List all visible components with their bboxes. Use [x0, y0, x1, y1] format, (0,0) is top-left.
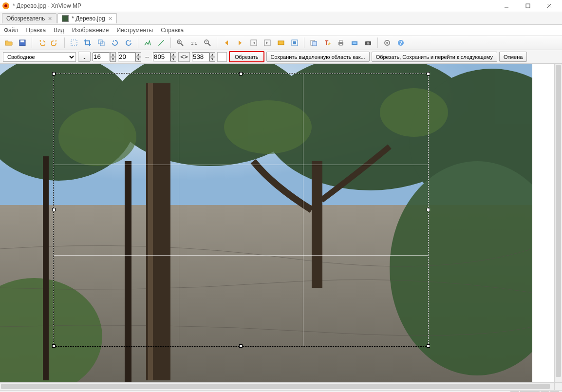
- handle-ne[interactable]: [427, 72, 430, 75]
- rotate-left-button[interactable]: [109, 37, 121, 49]
- crop-h-input[interactable]: [192, 52, 209, 61]
- svg-line-12: [181, 43, 183, 46]
- cancel-button[interactable]: Отмена: [499, 52, 527, 62]
- zoom-in-button[interactable]: [174, 37, 186, 49]
- tab-image[interactable]: * Дерево.jpg ✕: [57, 13, 116, 23]
- zoom-out-button[interactable]: [202, 37, 213, 49]
- handle-sw[interactable]: [52, 344, 56, 348]
- window-title: * Дерево.jpg - XnView MP: [13, 2, 496, 9]
- svg-rect-7: [20, 40, 24, 42]
- svg-rect-21: [278, 41, 284, 45]
- canvas-area: [0, 64, 562, 382]
- redo-button[interactable]: [49, 37, 61, 49]
- spinner-buttons[interactable]: ▲▼: [170, 52, 176, 62]
- save-button[interactable]: [17, 37, 28, 49]
- svg-text:?: ?: [399, 40, 402, 46]
- tab-thumbnail: [62, 15, 69, 22]
- camera-button[interactable]: [362, 37, 374, 49]
- next-button[interactable]: [234, 37, 246, 49]
- main-toolbar: 1:1 T ?: [0, 36, 562, 50]
- close-icon[interactable]: ✕: [48, 16, 52, 22]
- crop-selection[interactable]: [54, 74, 429, 346]
- tab-label: * Дерево.jpg: [72, 15, 105, 22]
- open-button[interactable]: [3, 37, 15, 49]
- image-stage[interactable]: [0, 64, 532, 382]
- save-selection-button[interactable]: Сохранить выделенную область как...: [266, 52, 370, 62]
- slideshow-button[interactable]: [275, 37, 287, 49]
- zoom-fit-button[interactable]: 1:1: [188, 37, 200, 49]
- menu-image[interactable]: Изображение: [72, 27, 109, 34]
- tab-bar: Обозреватель ✕ * Дерево.jpg ✕: [0, 12, 562, 25]
- handle-e[interactable]: [427, 208, 430, 211]
- first-button[interactable]: [248, 37, 260, 49]
- menu-tools[interactable]: Инструменты: [116, 27, 153, 34]
- svg-rect-31: [353, 42, 356, 44]
- svg-rect-28: [339, 40, 342, 42]
- crop-button[interactable]: Обрезать: [229, 51, 264, 62]
- menu-edit[interactable]: Правка: [26, 27, 46, 34]
- handle-se[interactable]: [427, 344, 430, 348]
- svg-rect-52: [43, 156, 49, 380]
- settings-button[interactable]: [381, 37, 393, 49]
- vertical-scrollbar[interactable]: [554, 64, 562, 382]
- status-bar: 1/3 Дерево.jpg 6.92 МБ 1024x768x24 (1.33…: [0, 390, 562, 392]
- svg-point-1: [4, 4, 7, 7]
- close-button[interactable]: [539, 0, 560, 12]
- horizontal-scrollbar[interactable]: [0, 383, 554, 390]
- minimize-button[interactable]: [496, 0, 517, 12]
- svg-text:1:1: 1:1: [191, 41, 197, 46]
- spinner-buttons[interactable]: ▲▼: [209, 52, 215, 62]
- handle-w[interactable]: [52, 208, 56, 211]
- crop-mode-select[interactable]: Свободное: [3, 52, 76, 62]
- tab-browser[interactable]: Обозреватель ✕: [2, 13, 56, 23]
- handle-n[interactable]: [239, 72, 243, 75]
- svg-rect-3: [526, 4, 530, 8]
- svg-rect-23: [293, 41, 296, 44]
- crop-w-input[interactable]: [153, 52, 170, 61]
- menu-file[interactable]: Файл: [4, 27, 19, 34]
- print-button[interactable]: [335, 37, 347, 49]
- svg-rect-29: [339, 44, 342, 45]
- crop-button[interactable]: [82, 37, 94, 49]
- swap-wh-button[interactable]: <>: [178, 52, 190, 62]
- fullscreen-button[interactable]: [289, 37, 300, 49]
- title-bar: * Дерево.jpg - XnView MP: [0, 0, 562, 12]
- svg-rect-25: [313, 41, 317, 46]
- menu-help[interactable]: Справка: [161, 27, 184, 34]
- crop-y-input[interactable]: [118, 52, 135, 61]
- tab-label: Обозреватель: [6, 15, 45, 22]
- app-icon: [2, 2, 10, 10]
- undo-button[interactable]: [36, 37, 47, 49]
- svg-point-33: [367, 42, 370, 44]
- svg-rect-8: [71, 40, 77, 46]
- crop-preset-button[interactable]: ...: [78, 52, 91, 62]
- svg-line-17: [208, 43, 210, 46]
- handle-nw[interactable]: [52, 72, 56, 75]
- maximize-button[interactable]: [517, 0, 539, 12]
- crop-toolbar: Свободное ... ▲▼ ▲▼ -- ▲▼ <> ▲▼ Обрезать…: [0, 50, 562, 64]
- spinner-buttons[interactable]: ▲▼: [110, 52, 116, 62]
- help-button[interactable]: ?: [395, 37, 407, 49]
- menu-view[interactable]: Вид: [54, 27, 64, 34]
- prev-button[interactable]: [221, 37, 232, 49]
- svg-point-35: [386, 42, 388, 44]
- levels-button[interactable]: [142, 37, 153, 49]
- resize-button[interactable]: [95, 37, 107, 49]
- last-button[interactable]: [262, 37, 273, 49]
- curves-button[interactable]: [155, 37, 167, 49]
- crop-save-next-button[interactable]: Обрезать, Сохранить и перейти к следующе…: [372, 52, 497, 62]
- handle-s[interactable]: [239, 344, 243, 348]
- grid-toggle-button[interactable]: [217, 52, 227, 62]
- text-tool-button[interactable]: T: [321, 37, 333, 49]
- selection-button[interactable]: [68, 37, 80, 49]
- svg-text:T: T: [325, 39, 329, 46]
- scan-button[interactable]: [349, 37, 360, 49]
- convert-button[interactable]: [308, 37, 319, 49]
- rotate-right-button[interactable]: [123, 37, 134, 49]
- menu-bar: Файл Правка Вид Изображение Инструменты …: [0, 25, 562, 36]
- spinner-buttons[interactable]: ▲▼: [135, 52, 141, 62]
- crop-x-input[interactable]: [93, 52, 110, 61]
- dash-label: --: [143, 54, 151, 60]
- close-icon[interactable]: ✕: [108, 16, 112, 22]
